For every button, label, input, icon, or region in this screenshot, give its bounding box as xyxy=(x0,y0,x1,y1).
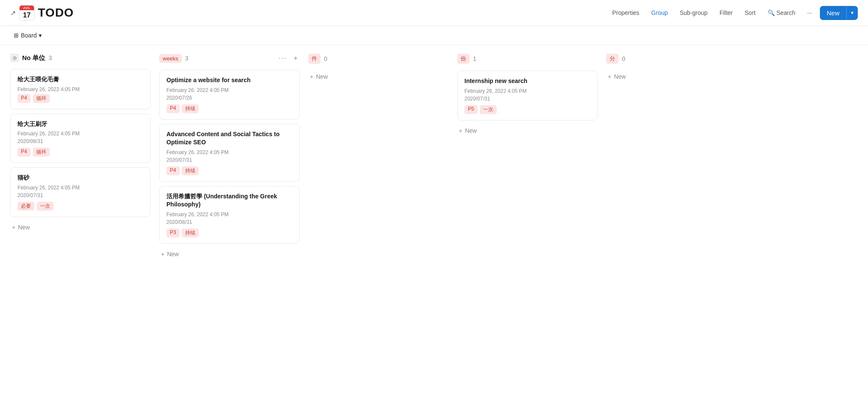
card-weeks-2[interactable]: 活用希臘哲學 (Understanding the Greek Philosop… xyxy=(159,186,300,244)
card-title: 给大王刷牙 xyxy=(17,120,143,129)
card-no-unit-0[interactable]: 给大王喂化毛膏 February 26, 2022 4:05 PM P4循环 xyxy=(10,69,151,109)
card-tags: P4持续 xyxy=(166,166,292,175)
board: ⊙ No 单位 3 给大王喂化毛膏 February 26, 2022 4:05… xyxy=(0,45,868,402)
card-weeks-0[interactable]: Optimize a website for search February 2… xyxy=(159,70,300,120)
column-header-weeks: weeks 3 ··· + xyxy=(159,52,300,65)
card-tag: P4 xyxy=(166,166,180,175)
card-date: February 26, 2022 4:05 PM xyxy=(166,212,292,217)
card-no-unit-1[interactable]: 给大王刷牙 February 26, 2022 4:05 PM 2020/08/… xyxy=(10,114,151,163)
column-header-no-unit: ⊙ No 单位 3 xyxy=(10,52,151,64)
card-title: Advanced Content and Social Tactics to O… xyxy=(166,130,292,147)
card-due: 2020/08/31 xyxy=(17,138,143,144)
card-tag: 必要 xyxy=(17,202,34,211)
view-label: Board xyxy=(21,32,37,39)
card-tags: P4持续 xyxy=(166,104,292,113)
new-button[interactable]: New xyxy=(820,6,846,20)
card-tag: 一次 xyxy=(37,202,54,211)
new-item-label: New xyxy=(614,73,626,80)
new-item-label: New xyxy=(167,251,179,258)
card-tags: P5一次 xyxy=(464,105,590,114)
calendar-icon: JUL 17 xyxy=(19,5,34,20)
column-title-no-unit: No 单位 xyxy=(22,54,45,62)
column-fen2: 分 0+New xyxy=(606,52,747,83)
card-tag: 循环 xyxy=(33,94,50,103)
column-tag-jian: 件 xyxy=(308,54,321,64)
column-tag-fen: 份 xyxy=(457,54,470,64)
card-due: 2020/08/31 xyxy=(166,219,292,225)
new-button-dropdown[interactable]: ▾ xyxy=(846,6,858,19)
board-icon: ⊞ xyxy=(14,32,19,39)
external-link-icon[interactable]: ↗ xyxy=(10,9,16,17)
card-due: 2020/07/31 xyxy=(166,157,292,163)
card-date: February 26, 2022 4:05 PM xyxy=(464,88,590,94)
column-icon-no-unit: ⊙ xyxy=(10,54,19,62)
search-label: Search xyxy=(776,9,795,16)
card-weeks-1[interactable]: Advanced Content and Social Tactics to O… xyxy=(159,124,300,182)
card-date: February 26, 2022 4:05 PM xyxy=(17,131,143,137)
card-date: February 26, 2022 4:05 PM xyxy=(166,149,292,155)
card-fen-0[interactable]: Internship new search February 26, 2022 … xyxy=(457,71,598,120)
app-title: TODO xyxy=(38,6,74,20)
view-dropdown-icon: ▾ xyxy=(39,32,42,39)
column-actions-weeks: ··· + xyxy=(276,54,300,63)
card-title: 给大王喂化毛膏 xyxy=(17,75,143,84)
plus-icon: + xyxy=(459,127,462,134)
filter-button[interactable]: Filter xyxy=(715,7,737,19)
board-view-button[interactable]: ⊞ Board ▾ xyxy=(10,30,45,40)
card-tag: 持续 xyxy=(182,104,199,113)
subgroup-button[interactable]: Sub-group xyxy=(676,7,712,19)
column-count-fen2: 0 xyxy=(622,55,625,62)
sort-button[interactable]: Sort xyxy=(740,7,760,19)
new-item-label: New xyxy=(316,73,328,80)
card-tag: P3 xyxy=(166,229,180,237)
card-tag: 持续 xyxy=(182,229,199,237)
card-tag: P5 xyxy=(464,105,478,114)
card-tag: P4 xyxy=(17,148,31,157)
new-button-group: New ▾ xyxy=(820,6,858,20)
search-icon: 🔍 xyxy=(768,9,775,16)
more-button[interactable]: ··· xyxy=(803,7,816,19)
column-count-fen: 1 xyxy=(473,55,476,62)
new-item-jian[interactable]: +New xyxy=(308,71,449,83)
new-item-fen[interactable]: +New xyxy=(457,125,598,137)
card-date: February 26, 2022 4:05 PM xyxy=(166,87,292,93)
column-add-button[interactable]: + xyxy=(292,54,300,63)
card-tags: P4循环 xyxy=(17,94,143,103)
column-header-jian: 件 0 xyxy=(308,52,449,66)
column-jian: 件 0+New xyxy=(308,52,449,83)
card-due: 2020/07/31 xyxy=(17,192,143,198)
column-count-no-unit: 3 xyxy=(49,54,52,61)
card-title: Optimize a website for search xyxy=(166,76,292,85)
search-button[interactable]: 🔍 Search xyxy=(763,7,799,19)
group-button[interactable]: Group xyxy=(647,7,672,19)
column-header-fen2: 分 0 xyxy=(606,52,747,66)
column-count-weeks: 3 xyxy=(185,55,189,62)
new-item-label: New xyxy=(465,127,477,134)
column-count-jian: 0 xyxy=(324,55,327,62)
new-item-fen2[interactable]: +New xyxy=(606,71,747,83)
column-weeks: weeks 3 ··· + Optimize a website for sea… xyxy=(159,52,300,260)
new-item-no-unit[interactable]: +New xyxy=(10,221,151,233)
plus-icon: + xyxy=(608,73,611,80)
card-tag: P4 xyxy=(17,94,31,103)
properties-button[interactable]: Properties xyxy=(608,7,644,19)
new-item-weeks[interactable]: +New xyxy=(159,248,300,260)
column-more-button[interactable]: ··· xyxy=(276,54,289,63)
card-due: 2020/07/26 xyxy=(166,95,292,101)
app-header: ↗ JUL 17 TODO Properties Group Sub-group… xyxy=(0,0,868,26)
header-left: ↗ JUL 17 TODO xyxy=(10,5,74,20)
card-title: Internship new search xyxy=(464,77,590,86)
card-no-unit-2[interactable]: 猫砂 February 26, 2022 4:05 PM 2020/07/31 … xyxy=(10,167,151,217)
card-tags: P3持续 xyxy=(166,229,292,237)
card-tag: 持续 xyxy=(182,166,199,175)
card-date: February 26, 2022 4:05 PM xyxy=(17,86,143,92)
column-tag-weeks: weeks xyxy=(159,54,182,63)
calendar-day: 17 xyxy=(23,10,31,20)
card-due: 2020/07/31 xyxy=(464,96,590,102)
plus-icon: + xyxy=(161,251,164,258)
column-tag-fen2: 分 xyxy=(606,54,619,64)
sub-header: ⊞ Board ▾ xyxy=(0,26,868,45)
card-title: 猫砂 xyxy=(17,174,143,182)
card-tags: 必要一次 xyxy=(17,202,143,211)
column-header-fen: 份 1 xyxy=(457,52,598,66)
